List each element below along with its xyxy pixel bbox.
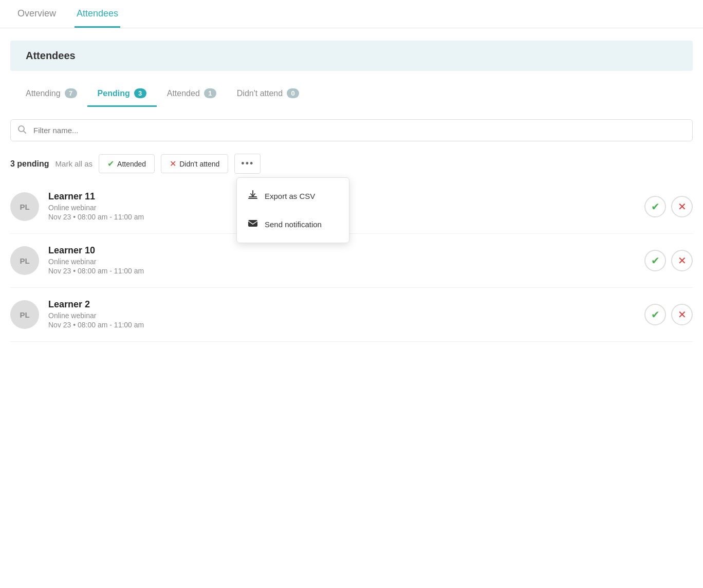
learner-actions-2: ✔ ✕ [644, 304, 693, 325]
filter-name-input[interactable] [10, 119, 693, 141]
subtab-attended-badge: 1 [204, 88, 216, 98]
sub-tabs-bar: Attending 7 Pending 3 Attended 1 Didn't … [0, 71, 703, 107]
mark-didnt-attend-btn-10[interactable]: ✕ [671, 250, 693, 271]
learner-name-10: Learner 10 [48, 245, 635, 256]
mark-didnt-attend-btn-2[interactable]: ✕ [671, 304, 693, 325]
subtab-didnt-attend-badge: 0 [287, 88, 299, 98]
learner-info-10: Learner 10 Online webinar Nov 23 • 08:00… [48, 245, 635, 276]
x-icon: ✕ [170, 159, 176, 169]
mark-attended-label: Attended [117, 160, 146, 168]
learner-list: PL Learner 11 Online webinar Nov 23 • 08… [0, 180, 703, 342]
svg-line-1 [24, 131, 26, 133]
svg-rect-4 [248, 220, 257, 227]
tab-attendees[interactable]: Attendees [75, 0, 120, 28]
mark-attended-btn-2[interactable]: ✔ [644, 304, 666, 325]
learner-item-10: PL Learner 10 Online webinar Nov 23 • 08… [10, 234, 693, 288]
learner-info-2: Learner 2 Online webinar Nov 23 • 08:00 … [48, 299, 635, 330]
subtab-pending-label: Pending [98, 89, 130, 98]
avatar-learner-11: PL [10, 192, 39, 221]
send-notification-item[interactable]: Send notification [237, 210, 349, 238]
mark-all-label: Mark all as [55, 159, 93, 168]
learner-item-2: PL Learner 2 Online webinar Nov 23 • 08:… [10, 288, 693, 342]
mark-didnt-attend-btn-11[interactable]: ✕ [671, 196, 693, 217]
svg-rect-3 [252, 190, 253, 195]
learner-name-2: Learner 2 [48, 299, 635, 310]
subtab-didnt-attend[interactable]: Didn't attend 0 [227, 83, 309, 107]
attendees-section-header: Attendees [10, 41, 693, 71]
mark-attended-btn-10[interactable]: ✔ [644, 250, 666, 271]
learner-item-11: PL Learner 11 Online webinar Nov 23 • 08… [10, 180, 693, 234]
mark-attended-btn-11[interactable]: ✔ [644, 196, 666, 217]
send-notification-label: Send notification [265, 220, 322, 229]
more-options-button[interactable]: ••• [234, 154, 261, 174]
filter-wrap [10, 119, 693, 141]
envelope-icon [247, 217, 258, 231]
subtab-attending-label: Attending [26, 89, 61, 98]
learner-sub1-2: Online webinar [48, 311, 635, 320]
search-icon [17, 125, 27, 136]
export-icon [247, 189, 258, 203]
subtab-attended-label: Attended [167, 89, 200, 98]
export-csv-item[interactable]: Export as CSV [237, 182, 349, 210]
avatar-learner-10: PL [10, 246, 39, 275]
subtab-attended[interactable]: Attended 1 [157, 83, 227, 107]
export-csv-label: Export as CSV [265, 192, 315, 200]
mark-didnt-attend-label: Didn't attend [179, 160, 219, 168]
top-nav: Overview Attendees [0, 0, 703, 28]
pending-count-label: 3 pending [10, 159, 49, 169]
dropdown-menu: Export as CSV Send notification [236, 177, 349, 243]
pending-bar: 3 pending Mark all as ✔ Attended ✕ Didn'… [0, 141, 703, 180]
subtab-attending[interactable]: Attending 7 [15, 83, 87, 107]
check-icon: ✔ [107, 159, 114, 169]
mark-attended-button[interactable]: ✔ Attended [99, 154, 155, 173]
attendees-title: Attendees [26, 50, 76, 61]
learner-sub1-10: Online webinar [48, 258, 635, 266]
subtab-attending-badge: 7 [65, 88, 77, 98]
mark-didnt-attend-button[interactable]: ✕ Didn't attend [161, 154, 228, 173]
tab-overview[interactable]: Overview [15, 0, 58, 28]
avatar-learner-2: PL [10, 300, 39, 329]
learner-sub2-2: Nov 23 • 08:00 am - 11:00 am [48, 321, 635, 329]
learner-actions-11: ✔ ✕ [644, 196, 693, 217]
subtab-pending-badge: 3 [134, 88, 146, 98]
learner-actions-10: ✔ ✕ [644, 250, 693, 271]
subtab-didnt-attend-label: Didn't attend [237, 89, 283, 98]
learner-sub2-10: Nov 23 • 08:00 am - 11:00 am [48, 267, 635, 275]
subtab-pending[interactable]: Pending 3 [87, 83, 157, 107]
